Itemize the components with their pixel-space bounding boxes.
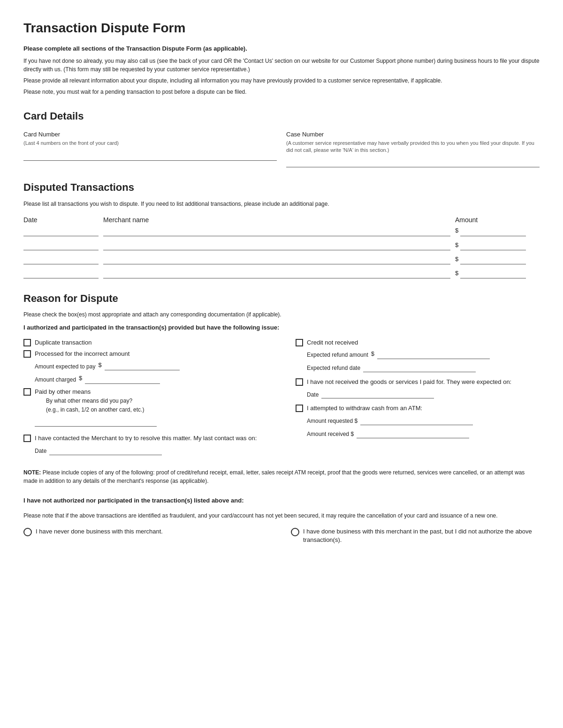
intro-para1: If you have not done so already, you may… xyxy=(23,57,540,74)
atm-item: I attempted to withdraw cash from an ATM… xyxy=(296,404,540,413)
incorrect-amount-label: Processed for the incorrect amount xyxy=(35,350,129,358)
incorrect-amount-checkbox[interactable] xyxy=(23,350,31,358)
transaction-amount-1-container: $ xyxy=(455,226,540,236)
note-bold: NOTE: xyxy=(23,469,41,476)
atm-checkbox[interactable] xyxy=(296,405,303,412)
transaction-date-1[interactable] xyxy=(23,227,99,236)
case-number-field: Case Number (A customer service represen… xyxy=(286,130,540,167)
card-number-input[interactable] xyxy=(23,151,277,161)
transactions-table-header: Date Merchant name Amount xyxy=(23,216,540,225)
transaction-date-2[interactable] xyxy=(23,241,99,250)
intro-bold: Please complete all sections of the Tran… xyxy=(23,45,540,53)
dollar-sign-refund: $ xyxy=(371,350,374,358)
radio-done-before: I have done business with this merchant … xyxy=(291,527,540,544)
card-number-label: Card Number xyxy=(23,130,277,139)
transaction-amount-3-container: $ xyxy=(455,255,540,264)
dollar-sign-charged: $ xyxy=(79,374,82,383)
amount-requested-label: Amount requested $ xyxy=(307,417,358,425)
goods-not-received-checkbox[interactable] xyxy=(296,378,303,386)
disputed-transactions-intro: Please list all transactions you wish to… xyxy=(23,200,540,208)
transaction-amount-1[interactable] xyxy=(460,227,526,236)
reason-right-col: Credit not received Expected refund amou… xyxy=(291,338,540,459)
transaction-row: $ xyxy=(23,255,540,264)
col-date-header: Date xyxy=(23,216,99,225)
transaction-date-3[interactable] xyxy=(23,255,99,264)
goods-date-row: Date xyxy=(307,389,540,398)
unauthorized-intro: Please note that if the above transactio… xyxy=(23,511,540,520)
transaction-amount-3[interactable] xyxy=(460,255,526,264)
credit-not-received-label: Credit not received xyxy=(307,338,358,347)
expected-refund-amount-row: Expected refund amount $ xyxy=(307,350,540,359)
unauthorized-section: I have not authorized nor participated i… xyxy=(23,496,540,549)
paid-sub1: By what other means did you pay? xyxy=(46,397,157,405)
expected-refund-date-label: Expected refund date xyxy=(307,364,360,372)
transaction-row: $ xyxy=(23,241,540,250)
radio-never-done-label: I have never done business with this mer… xyxy=(36,527,163,536)
amount-charged-row: Amount charged $ xyxy=(35,374,272,383)
goods-not-received-label: I have not received the goods or service… xyxy=(307,378,511,386)
page-title: Transaction Dispute Form xyxy=(23,19,540,37)
transaction-amount-2-container: $ xyxy=(455,241,540,250)
unauthorized-options: I have never done business with this mer… xyxy=(23,527,540,549)
transaction-merchant-2[interactable] xyxy=(103,241,450,250)
card-number-field: Card Number (Last 4 numbers on the front… xyxy=(23,130,277,167)
expected-refund-date-row: Expected refund date xyxy=(307,363,540,372)
dollar-sign-3: $ xyxy=(455,255,458,263)
transaction-merchant-3[interactable] xyxy=(103,255,450,264)
goods-date-input[interactable] xyxy=(321,389,434,398)
amount-charged-label: Amount charged xyxy=(35,376,76,384)
radio-done-before-circle[interactable] xyxy=(291,528,299,536)
transaction-merchant-1[interactable] xyxy=(103,227,450,236)
atm-fields: Amount requested $ Amount received $ xyxy=(307,416,540,438)
reason-two-col: Duplicate transaction Processed for the … xyxy=(23,338,540,459)
merchant-contact-block: I have contacted the Merchant to try to … xyxy=(23,434,272,455)
expected-refund-date-input[interactable] xyxy=(363,363,476,372)
goods-date-label: Date xyxy=(307,391,319,399)
credit-not-received-item: Credit not received xyxy=(296,338,540,347)
intro-para2: Please provide all relevant information … xyxy=(23,76,540,85)
disputed-transactions-heading: Disputed Transactions xyxy=(23,180,540,195)
credit-not-received-checkbox[interactable] xyxy=(296,339,303,346)
expected-refund-amount-label: Expected refund amount xyxy=(307,351,368,359)
duplicate-transaction-label: Duplicate transaction xyxy=(35,338,91,347)
card-details-grid: Card Number (Last 4 numbers on the front… xyxy=(23,130,540,167)
paid-other-means-content: Paid by other means By what other means … xyxy=(35,388,157,427)
intro-para3: Please note, you must wait for a pending… xyxy=(23,88,540,96)
merchant-contact-checkbox[interactable] xyxy=(23,435,31,442)
amount-received-label: Amount received $ xyxy=(307,430,354,438)
card-number-sublabel: (Last 4 numbers on the front of your car… xyxy=(23,140,277,146)
paid-other-means-input[interactable] xyxy=(35,417,157,427)
amount-expected-input[interactable] xyxy=(105,361,180,370)
transaction-date-4[interactable] xyxy=(23,269,99,278)
amount-received-row: Amount received $ xyxy=(307,429,540,438)
expected-refund-amount-input[interactable] xyxy=(377,350,490,359)
goods-date-field-container: Date xyxy=(307,389,540,398)
reason-dispute-heading: Reason for Dispute xyxy=(23,292,540,306)
authorized-header: I authorized and participated in the tra… xyxy=(23,323,540,332)
amount-expected-label: Amount expected to pay xyxy=(35,363,95,371)
dollar-sign-2: $ xyxy=(455,241,458,249)
dollar-sign-expected: $ xyxy=(98,361,101,369)
merchant-date-label: Date xyxy=(35,447,46,455)
merchant-date-field: Date xyxy=(35,446,272,455)
radio-never-done-circle[interactable] xyxy=(23,528,32,536)
paid-other-means-checkbox[interactable] xyxy=(23,388,31,396)
duplicate-transaction-checkbox[interactable] xyxy=(23,339,31,346)
merchant-contact-label: I have contacted the Merchant to try to … xyxy=(35,434,257,443)
card-details-heading: Card Details xyxy=(23,109,540,124)
case-number-input[interactable] xyxy=(286,158,540,167)
atm-block: I attempted to withdraw cash from an ATM… xyxy=(296,404,540,438)
reason-dispute-intro: Please check the box(es) most appropriat… xyxy=(23,311,540,319)
transaction-merchant-4[interactable] xyxy=(103,269,450,278)
merchant-date-input[interactable] xyxy=(49,446,162,455)
dollar-sign-1: $ xyxy=(455,226,458,235)
transaction-amount-2[interactable] xyxy=(460,241,526,250)
merchant-contact-date-row: Date xyxy=(35,446,272,455)
amount-requested-input[interactable] xyxy=(360,416,473,425)
transaction-amount-4[interactable] xyxy=(460,269,526,278)
paid-sub2: (e.g., in cash, 1/2 on another card, etc… xyxy=(46,406,157,414)
amount-received-input[interactable] xyxy=(357,429,469,438)
incorrect-amount-item: Processed for the incorrect amount xyxy=(23,350,272,358)
dollar-sign-4: $ xyxy=(455,269,458,278)
amount-charged-input[interactable] xyxy=(85,375,160,384)
